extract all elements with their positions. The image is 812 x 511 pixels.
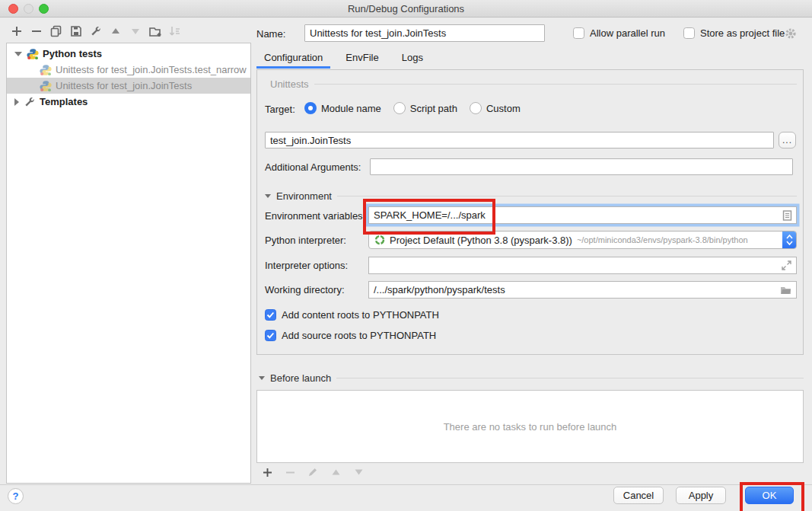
add-configuration-icon[interactable]	[11, 25, 23, 37]
radio-unselected-icon[interactable]	[470, 102, 482, 114]
before-launch-group-title: Before launch	[270, 372, 331, 384]
environment-variables-field	[368, 206, 797, 224]
help-question-icon: ?	[13, 490, 19, 502]
edit-task-pencil-icon	[307, 466, 319, 478]
store-as-project-file-checkbox[interactable]: Store as project file	[683, 27, 785, 39]
new-folder-icon[interactable]	[149, 25, 161, 37]
tree-item-templates[interactable]: Templates	[7, 94, 250, 110]
allow-parallel-run-label: Allow parallel run	[590, 27, 665, 39]
cancel-button[interactable]: Cancel	[613, 487, 664, 504]
help-button[interactable]: ?	[8, 488, 24, 504]
tree-item-unittests-narrow[interactable]: Unittests for test_join.JoinTests.test_n…	[7, 62, 250, 78]
gear-icon[interactable]	[785, 27, 797, 40]
add-source-roots-label: Add source roots to PYTHONPATH	[282, 330, 436, 341]
save-configuration-icon[interactable]	[70, 25, 82, 37]
move-down-icon	[129, 25, 142, 37]
radio-label: Custom	[486, 103, 521, 114]
footer-separator	[0, 484, 812, 485]
tree-item-unittests-jointests[interactable]: Unittests for test_join.JoinTests	[7, 78, 250, 94]
tab-envfile[interactable]: EnvFile	[338, 49, 386, 69]
add-content-roots-checkbox[interactable]: Add content roots to PYTHONPATH	[265, 309, 439, 321]
folder-icon[interactable]	[780, 286, 791, 295]
unittests-group-title: Unittests	[270, 78, 309, 90]
before-launch-group-header[interactable]: Before launch	[259, 372, 804, 384]
radio-script-path[interactable]: Script path	[393, 102, 457, 114]
run-debug-configurations-dialog: Run/Debug Configurations	[0, 0, 812, 511]
radio-selected-icon[interactable]	[304, 102, 317, 114]
interpreter-options-field	[368, 257, 797, 274]
interpreter-value: Project Default (Python 3.8 (pyspark-3.8…	[390, 235, 572, 246]
environment-group-header[interactable]: Environment	[265, 190, 797, 202]
additional-arguments-input[interactable]	[370, 158, 793, 175]
conda-environment-icon	[374, 235, 385, 245]
minimize-window-button	[24, 4, 33, 14]
additional-arguments-label: Additional Arguments:	[265, 161, 361, 173]
remove-configuration-icon[interactable]	[30, 25, 43, 37]
copy-configuration-icon[interactable]	[50, 25, 62, 37]
checkbox-unchecked-icon[interactable]	[683, 27, 695, 39]
title-bar: Run/Debug Configurations	[0, 0, 812, 18]
checkbox-unchecked-icon[interactable]	[573, 27, 584, 39]
configurations-toolbar	[11, 24, 181, 38]
window-title: Run/Debug Configurations	[348, 3, 464, 14]
combo-stepper-icon[interactable]	[782, 231, 797, 249]
working-directory-input[interactable]	[369, 282, 796, 298]
python-test-config-icon	[40, 80, 52, 92]
python-tests-icon	[27, 48, 39, 60]
target-label: Target:	[265, 104, 295, 115]
tree-item-label: Unittests for test_join.JoinTests.test_n…	[56, 64, 247, 75]
chevron-down-icon[interactable]	[14, 52, 22, 56]
configuration-tabs: Configuration EnvFile Logs	[256, 49, 438, 69]
sort-configurations-icon	[169, 25, 181, 37]
before-launch-task-list: There are no tasks to run before launch	[256, 390, 804, 463]
tab-logs[interactable]: Logs	[394, 49, 431, 69]
checkbox-checked-icon[interactable]	[265, 330, 276, 341]
tree-item-label: Python tests	[43, 48, 102, 59]
name-label: Name:	[256, 28, 285, 40]
add-content-roots-label: Add content roots to PYTHONPATH	[282, 309, 439, 321]
python-test-config-icon	[40, 64, 52, 76]
zoom-window-button[interactable]	[39, 4, 49, 14]
environment-variables-label: Environment variables:	[265, 210, 365, 222]
python-interpreter-select[interactable]: Project Default (Python 3.8 (pyspark-3.8…	[368, 231, 797, 249]
apply-button[interactable]: Apply	[676, 487, 726, 504]
module-name-input[interactable]	[265, 132, 774, 149]
configurations-tree: Python tests Unittests for test_join.Joi…	[6, 43, 251, 484]
add-source-roots-checkbox[interactable]: Add source roots to PYTHONPATH	[265, 330, 436, 341]
radio-module-name[interactable]: Module name	[304, 102, 381, 114]
tree-item-python-tests[interactable]: Python tests	[7, 46, 250, 62]
tab-configuration[interactable]: Configuration	[256, 49, 330, 69]
move-task-down-icon	[352, 466, 365, 478]
expand-field-icon[interactable]	[782, 260, 791, 270]
edit-templates-wrench-icon[interactable]	[90, 25, 102, 37]
tree-item-label: Templates	[40, 96, 88, 107]
working-directory-field	[368, 281, 797, 299]
radio-label: Script path	[410, 103, 457, 114]
remove-task-icon	[284, 466, 296, 478]
move-up-icon[interactable]	[110, 25, 122, 37]
radio-custom[interactable]: Custom	[470, 102, 521, 114]
chevron-right-icon[interactable]	[14, 98, 19, 106]
interpreter-options-label: Interpreter options:	[265, 260, 348, 271]
configuration-panel: Unittests Target: Module name Script pat…	[256, 69, 804, 355]
environment-variables-input[interactable]	[369, 207, 796, 223]
before-launch-toolbar	[261, 465, 365, 479]
edit-variables-list-icon[interactable]	[782, 210, 792, 221]
interpreter-path: ~/opt/miniconda3/envs/pyspark-3.8/bin/py…	[577, 235, 748, 244]
close-window-button[interactable]	[8, 4, 18, 14]
browse-button[interactable]: ...	[779, 132, 796, 149]
checkbox-checked-icon[interactable]	[265, 309, 276, 321]
target-radio-group: Module name Script path Custom	[304, 102, 521, 114]
name-input[interactable]	[304, 24, 545, 42]
tree-item-label: Unittests for test_join.JoinTests	[56, 80, 192, 91]
environment-group-title: Environment	[276, 190, 332, 202]
collapse-arrow-icon[interactable]	[265, 194, 271, 198]
empty-tasks-message: There are no tasks to run before launch	[444, 421, 617, 433]
add-task-icon[interactable]	[261, 466, 273, 478]
interpreter-options-input[interactable]	[369, 257, 796, 273]
collapse-arrow-icon[interactable]	[259, 376, 265, 380]
python-interpreter-label: Python interpreter:	[265, 235, 346, 246]
ok-button[interactable]: OK	[745, 487, 794, 504]
radio-unselected-icon[interactable]	[393, 102, 406, 114]
allow-parallel-run-checkbox[interactable]: Allow parallel run	[573, 27, 665, 39]
